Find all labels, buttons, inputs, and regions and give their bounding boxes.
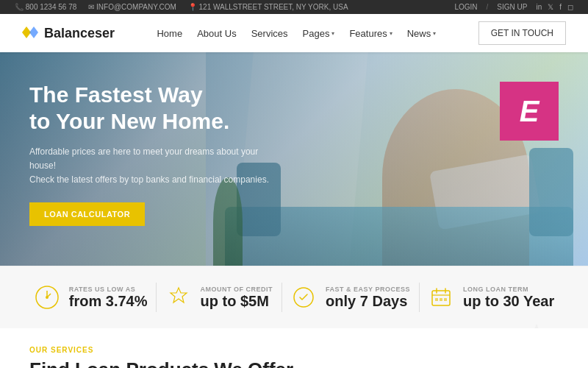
elementor-icon: E — [520, 95, 539, 128]
hero-subtitle: Affordable prices are here to meet your … — [29, 145, 279, 188]
rates-value: from 3.74% — [69, 293, 148, 310]
services-label: OUR SERVICES — [29, 346, 559, 354]
hero-section: E The Fastest Way to Your New Home. Affo… — [0, 52, 588, 266]
process-text: FAST & EASY PROCESS only 7 Days — [326, 286, 410, 310]
hero-title: The Fastest Way to Your New Home. — [29, 82, 279, 135]
rates-text: RATES US LOW AS from 3.74% — [69, 286, 148, 310]
header: Balanceser Home About Us Services Pages … — [0, 14, 588, 52]
login-link[interactable]: LOGIN — [454, 3, 477, 11]
nav-home[interactable]: Home — [157, 28, 182, 39]
term-value: up to 30 Year — [463, 293, 554, 310]
logo-icon — [22, 25, 40, 42]
loan-calculator-button[interactable]: LOAN CALCULATOR — [29, 202, 145, 226]
phone-icon: 📞 — [15, 3, 24, 11]
process-label: FAST & EASY PROCESS — [326, 286, 410, 293]
top-bar: 📞 800 1234 56 78 ✉ INFO@COMPANY.COM 📍 12… — [0, 0, 588, 14]
stat-divider-1 — [156, 283, 157, 312]
credit-value: up to $5M — [201, 293, 273, 310]
location-icon: 📍 — [188, 3, 197, 11]
term-icon — [428, 284, 454, 311]
credit-label: AMOUNT OF CREDIT — [201, 286, 273, 293]
get-in-touch-button[interactable]: GET IN TOUCH — [478, 21, 566, 45]
pages-dropdown-arrow: ▾ — [331, 30, 334, 37]
phone-info: 📞 800 1234 56 78 — [15, 3, 76, 11]
nav-services[interactable]: Services — [251, 28, 288, 39]
stat-credit: AMOUNT OF CREDIT up to $5M — [165, 284, 273, 311]
bottom-area: RATES US LOW AS from 3.74% AMOUNT OF CRE… — [0, 266, 588, 368]
svg-point-3 — [46, 296, 49, 299]
svg-rect-10 — [440, 298, 442, 301]
svg-marker-1 — [29, 26, 38, 38]
top-bar-right: LOGIN / SIGN UP in 𝕏 f ◻ — [454, 3, 573, 11]
credit-text: AMOUNT OF CREDIT up to $5M — [201, 286, 273, 310]
stat-term: LONG LOAN TERM up to 30 Year — [428, 284, 554, 311]
nav-news[interactable]: News ▾ — [407, 28, 437, 39]
stat-divider-3 — [419, 283, 420, 312]
logo: Balanceser — [22, 25, 115, 42]
services-section: OUR SERVICES Find Loan Products We Offer — [0, 328, 588, 368]
stat-divider-2 — [282, 283, 282, 312]
social-icons: in 𝕏 f ◻ — [536, 3, 573, 11]
signup-link[interactable]: SIGN UP — [497, 3, 527, 11]
term-text: LONG LOAN TERM up to 30 Year — [463, 286, 554, 310]
news-dropdown-arrow: ▾ — [433, 30, 436, 37]
process-icon — [290, 284, 317, 311]
stat-rates: RATES US LOW AS from 3.74% — [34, 284, 148, 311]
main-nav: Home About Us Services Pages ▾ Features … — [157, 28, 436, 39]
features-dropdown-arrow: ▾ — [390, 30, 392, 37]
credit-icon — [165, 284, 192, 311]
instagram-icon[interactable]: ◻ — [567, 3, 573, 11]
nav-pages[interactable]: Pages ▾ — [303, 28, 335, 39]
nav-about[interactable]: About Us — [197, 28, 236, 39]
elementor-badge: E — [500, 82, 559, 141]
logo-text: Balanceser — [44, 26, 115, 41]
svg-rect-11 — [444, 298, 447, 301]
hero-content: The Fastest Way to Your New Home. Afford… — [29, 82, 279, 226]
nav-features[interactable]: Features ▾ — [349, 28, 392, 39]
twitter-icon[interactable]: 𝕏 — [548, 3, 553, 11]
rates-label: RATES US LOW AS — [69, 286, 148, 293]
rates-icon — [34, 284, 60, 311]
email-info: ✉ INFO@COMPANY.COM — [88, 3, 176, 11]
svg-rect-9 — [435, 298, 438, 301]
services-title: Find Loan Products We Offer — [29, 358, 559, 368]
linkedin-icon[interactable]: in — [536, 3, 542, 11]
stat-process: FAST & EASY PROCESS only 7 Days — [290, 284, 410, 311]
stats-bar: RATES US LOW AS from 3.74% AMOUNT OF CRE… — [0, 266, 588, 328]
address-info: 📍 121 WALLSTREET STREET, NY YORK, USA — [188, 3, 348, 11]
facebook-icon[interactable]: f — [559, 3, 562, 11]
top-bar-left: 📞 800 1234 56 78 ✉ INFO@COMPANY.COM 📍 12… — [15, 3, 348, 11]
term-label: LONG LOAN TERM — [463, 286, 554, 293]
email-icon: ✉ — [88, 3, 94, 11]
process-value: only 7 Days — [326, 293, 410, 310]
